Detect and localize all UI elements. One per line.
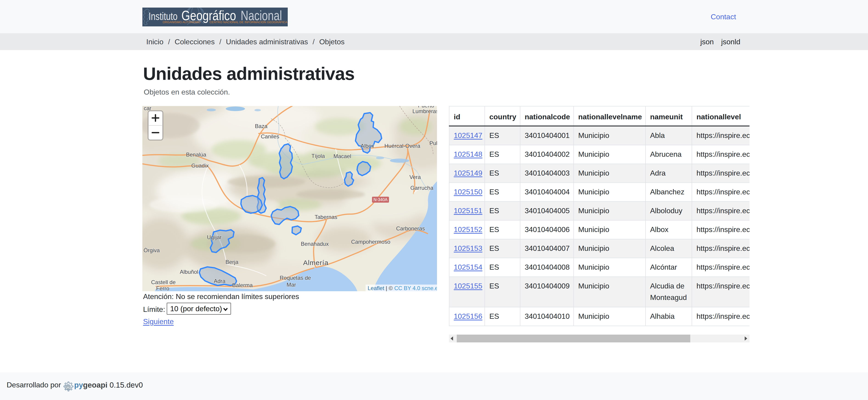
svg-text:Órgiva: Órgiva <box>144 247 160 253</box>
svg-text:Tabernas: Tabernas <box>315 214 337 220</box>
svg-text:Albuñol: Albuñol <box>180 269 198 275</box>
svg-text:Adra: Adra <box>214 278 225 284</box>
svg-text:Benalúa: Benalúa <box>186 152 207 158</box>
svg-text:Huércal-Overa: Huércal-Overa <box>384 143 421 149</box>
svg-text:Pulpí: Pulpí <box>429 140 437 146</box>
svg-text:Lumbreras: Lumbreras <box>412 108 437 114</box>
svg-text:Ugíjar: Ugíjar <box>207 234 222 240</box>
svg-text:Balerma: Balerma <box>232 282 253 288</box>
svg-text:Baza: Baza <box>255 123 268 129</box>
svg-text:Tíjola: Tíjola <box>311 153 325 159</box>
svg-text:Caniles: Caniles <box>261 133 279 139</box>
svg-text:Almería: Almería <box>303 259 329 266</box>
svg-text:Mar: Mar <box>286 281 296 288</box>
svg-text:Berja: Berja <box>225 259 239 265</box>
svg-text:N-340A: N-340A <box>373 197 388 202</box>
svg-text:Ferro: Ferro <box>156 285 169 291</box>
svg-text:Guadix: Guadix <box>191 163 209 169</box>
svg-text:Garrucha: Garrucha <box>410 185 434 191</box>
svg-text:Benahadux: Benahadux <box>301 241 329 247</box>
svg-text:Albox: Albox <box>361 143 374 149</box>
svg-text:CENTRO NACIONAL DE INFORMACIÓN: CENTRO NACIONAL DE INFORMACIÓN GEOGRÁFIC… <box>210 21 287 24</box>
svg-text:Puerto: Puerto <box>418 106 434 108</box>
svg-text:Roquetas de: Roquetas de <box>280 275 311 281</box>
svg-text:Vera: Vera <box>409 174 421 180</box>
svg-text:Carboneras: Carboneras <box>396 225 425 232</box>
svg-text:ORGANISMO AUTÓNOMO: ORGANISMO AUTÓNOMO <box>162 21 200 24</box>
svg-text:Macael: Macael <box>334 153 351 159</box>
svg-text:Campohermoso: Campohermoso <box>351 239 391 245</box>
svg-text:Castell de: Castell de <box>151 279 176 285</box>
svg-text:Leaflet | © CC BY 4.0 scne.es: Leaflet | © CC BY 4.0 scne.es <box>368 285 437 291</box>
